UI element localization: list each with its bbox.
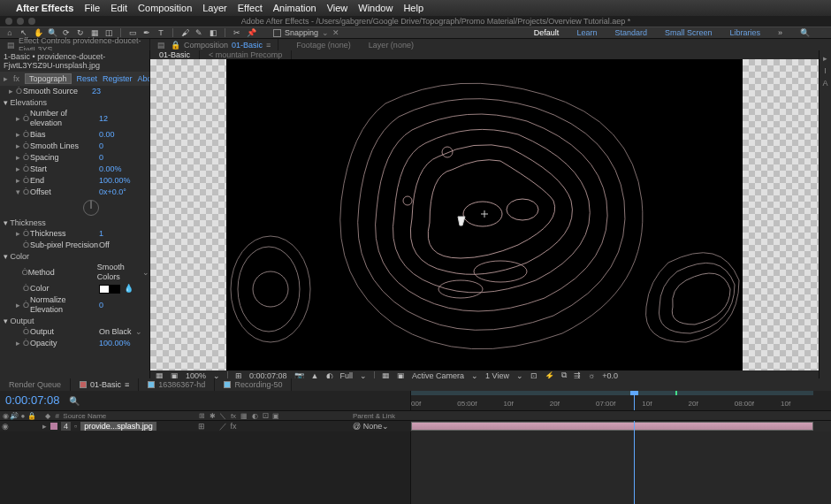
timeline-layer-row[interactable]: ◉ ▸4▫provide...splash.jpg ⊞／fx @ None ⌄ <box>0 421 831 431</box>
layer-name[interactable]: provide...splash.jpg <box>80 422 156 431</box>
stopwatch-icon[interactable]: Ò <box>23 176 30 186</box>
current-timecode[interactable]: 0:00:07:08 <box>5 393 59 407</box>
color-swatch[interactable] <box>99 285 120 294</box>
effect-controls-tab[interactable]: ▤ Effect Controls providence-doucet-Fjwt… <box>0 39 150 50</box>
panel-toggle-icon[interactable]: ▸ <box>823 54 827 63</box>
stopwatch-icon[interactable]: Ò <box>23 339 30 348</box>
type-tool-icon[interactable]: T <box>155 27 167 38</box>
timeline-search-icon[interactable]: 🔍 <box>69 396 80 406</box>
effect-reset[interactable]: Reset <box>77 74 98 83</box>
home-icon[interactable]: ⌂ <box>4 27 16 38</box>
snap-opt-icon[interactable]: ⌄ <box>322 28 329 37</box>
effect-register[interactable]: Register <box>103 74 133 83</box>
stopwatch-icon[interactable]: Ò <box>23 153 30 163</box>
stopwatch-icon[interactable]: Ò <box>23 130 30 140</box>
output-dropdown[interactable]: On Black⌄ <box>99 327 142 337</box>
composition-tab[interactable]: ▤ 🔒 Composition 01-Basic ≡ <box>150 39 278 50</box>
stopwatch-icon[interactable]: Ò <box>22 268 28 278</box>
twirl-icon[interactable]: ▸ <box>42 422 47 431</box>
menu-effect[interactable]: Effect <box>238 3 263 13</box>
audio-col-icon[interactable]: 🔊 <box>11 412 18 419</box>
tab-01-basic[interactable]: 01-Basic ≡ <box>71 378 139 391</box>
stopwatch-icon[interactable]: Ò <box>23 229 30 239</box>
group-toggle-icon[interactable]: ▾ <box>4 218 8 227</box>
menu-edit[interactable]: Edit <box>111 3 127 13</box>
stopwatch-icon[interactable]: Ò <box>23 164 30 174</box>
stopwatch-icon[interactable]: Ò <box>23 327 30 337</box>
group-toggle-icon[interactable]: ▾ <box>4 317 8 325</box>
traffic-lights[interactable] <box>0 18 41 25</box>
tab-render-queue[interactable]: Render Queue <box>0 378 71 391</box>
panel-menu-icon[interactable]: ▤ <box>157 41 165 50</box>
workspace-libraries[interactable]: Libraries <box>729 28 760 37</box>
menu-composition[interactable]: Composition <box>138 3 192 13</box>
view-tab-active[interactable]: 01-Basic <box>150 50 200 59</box>
tab-menu-icon[interactable]: ≡ <box>266 41 271 50</box>
menu-file[interactable]: File <box>84 3 100 13</box>
angle-dial[interactable] <box>83 200 99 216</box>
prop-value[interactable]: 1 <box>99 229 103 239</box>
stopwatch-icon[interactable]: Ò <box>23 301 30 310</box>
brush-tool-icon[interactable]: 🖌 <box>179 27 191 38</box>
effect-about[interactable]: About... <box>138 74 150 83</box>
eye-icon[interactable]: ◉ <box>2 423 9 430</box>
prop-value[interactable]: 12 <box>99 114 108 124</box>
time-ruler[interactable]: 00f 05:00f 10f 20f 07:00f 10f 20f 08:00f… <box>411 391 831 410</box>
col-parent[interactable]: Parent & Link <box>353 412 395 420</box>
viewer-canvas[interactable] <box>226 59 743 370</box>
menu-layer[interactable]: Layer <box>202 3 227 13</box>
workspace-more-icon[interactable]: » <box>778 28 782 37</box>
workspace-learn[interactable]: Learn <box>576 28 597 37</box>
effect-name[interactable]: Topograph <box>25 73 72 84</box>
layer-tab[interactable]: Layer (none) <box>351 41 414 50</box>
col-source-name[interactable]: Source Name <box>63 412 106 420</box>
eraser-tool-icon[interactable]: ◧ <box>207 27 219 38</box>
stopwatch-icon[interactable]: Ò <box>23 284 30 294</box>
tab-16386367[interactable]: 16386367-hd <box>139 378 215 391</box>
effect-toggle-icon[interactable]: ▸ <box>4 74 8 83</box>
pickwhip-icon[interactable]: @ <box>353 422 361 431</box>
stopwatch-icon[interactable]: Ò <box>23 114 30 124</box>
workspace-small[interactable]: Small Screen <box>665 28 713 37</box>
snapping-checkbox[interactable] <box>273 29 281 37</box>
stopwatch-icon[interactable]: Ò <box>23 141 30 151</box>
workspace-standard[interactable]: Standard <box>614 28 647 37</box>
prop-value[interactable]: 100.00% <box>99 176 131 186</box>
parent-dropdown[interactable]: None <box>363 422 383 431</box>
prop-value[interactable]: 23 <box>92 87 101 96</box>
prop-value[interactable]: Off <box>99 241 110 250</box>
menu-window[interactable]: Window <box>358 3 393 13</box>
group-toggle-icon[interactable]: ▾ <box>4 98 8 107</box>
prop-value[interactable]: 0 <box>99 301 103 310</box>
eyedropper-icon[interactable]: 💧 <box>124 284 133 294</box>
menu-help[interactable]: Help <box>403 3 423 13</box>
workspace-default[interactable]: Default <box>534 28 560 37</box>
stopwatch-icon[interactable]: Ò <box>23 187 30 197</box>
prop-value[interactable]: 0 <box>99 153 103 163</box>
stopwatch-icon[interactable]: Ò <box>16 87 23 96</box>
eye-col-icon[interactable]: ◉ <box>2 412 9 419</box>
tab-recording[interactable]: Recording-50 <box>215 378 292 391</box>
prop-value[interactable]: 100.00% <box>99 339 131 348</box>
panel-icon[interactable]: I <box>824 66 827 75</box>
prop-value[interactable]: 0x+0.0° <box>99 187 126 197</box>
snap-opt2-icon[interactable]: ✕ <box>332 28 339 37</box>
menu-animation[interactable]: Animation <box>273 3 316 13</box>
search-help-icon[interactable]: 🔍 <box>800 28 810 37</box>
lock-icon[interactable]: 🔒 <box>171 41 180 50</box>
prop-value[interactable]: 0 <box>99 141 103 151</box>
puppet-tool-icon[interactable]: 📌 <box>245 27 257 38</box>
panel-menu-icon[interactable]: ▤ <box>7 41 15 50</box>
stopwatch-icon[interactable]: Ò <box>23 241 30 250</box>
pen-tool-icon[interactable]: ✒ <box>141 27 153 38</box>
label-color-icon[interactable] <box>50 423 57 430</box>
app-menu[interactable]: After Effects <box>16 3 73 13</box>
current-time-indicator[interactable] <box>634 391 635 410</box>
menu-view[interactable]: View <box>327 3 348 13</box>
panel-icon[interactable]: A <box>822 79 827 88</box>
group-toggle-icon[interactable]: ▾ <box>4 252 8 261</box>
view-tab-other[interactable]: < mountain Precomp <box>200 50 292 59</box>
roto-tool-icon[interactable]: ✂ <box>231 27 243 38</box>
solo-col-icon[interactable]: ● <box>19 412 27 419</box>
method-dropdown[interactable]: Smooth Colors⌄ <box>97 263 149 282</box>
